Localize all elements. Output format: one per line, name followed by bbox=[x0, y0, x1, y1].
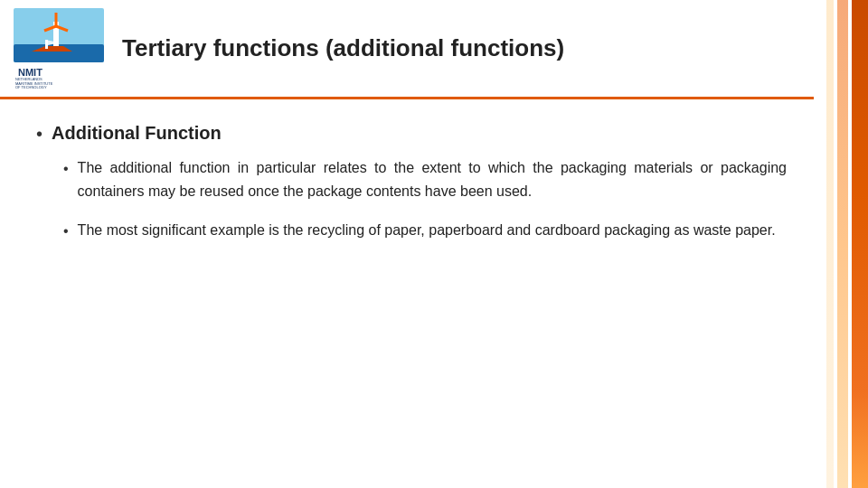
bullet-l1-dot: • bbox=[36, 122, 42, 145]
bullet-l1-additional-function: • Additional Function bbox=[36, 120, 787, 145]
bullet-l1-label: Additional Function bbox=[52, 120, 222, 145]
bullet-l2-dot-2: • bbox=[63, 221, 69, 242]
bar-lightest bbox=[826, 0, 834, 488]
bullet-l2-dot-1: • bbox=[63, 158, 69, 180]
slide-header: NMIT NETHERLANDS MARITIME INSTITUTE OF T… bbox=[0, 0, 814, 99]
slide-container: NMIT NETHERLANDS MARITIME INSTITUTE OF T… bbox=[0, 0, 868, 488]
bullet-l2-text-2: The most significant example is the recy… bbox=[78, 219, 776, 242]
title-area: Tertiary functions (additional functions… bbox=[108, 34, 814, 62]
slide-title: Tertiary functions (additional functions… bbox=[122, 34, 564, 62]
logo-area: NMIT NETHERLANDS MARITIME INSTITUTE OF T… bbox=[9, 5, 108, 91]
bar-dark bbox=[852, 0, 868, 488]
bullet-l2-second: • The most significant example is the re… bbox=[63, 219, 787, 242]
decorative-bars bbox=[814, 0, 868, 488]
bullet-l2-text-1: The additional function in particular re… bbox=[78, 156, 787, 202]
main-content: • Additional Function • The additional f… bbox=[18, 104, 805, 470]
sub-bullets: • The additional function in particular … bbox=[63, 156, 787, 242]
bar-light bbox=[837, 0, 848, 488]
nmit-logo-svg: NMIT NETHERLANDS MARITIME INSTITUTE OF T… bbox=[14, 8, 104, 89]
svg-text:OF TECHNOLOGY: OF TECHNOLOGY bbox=[15, 85, 47, 89]
bullet-l2-first: • The additional function in particular … bbox=[63, 156, 787, 202]
